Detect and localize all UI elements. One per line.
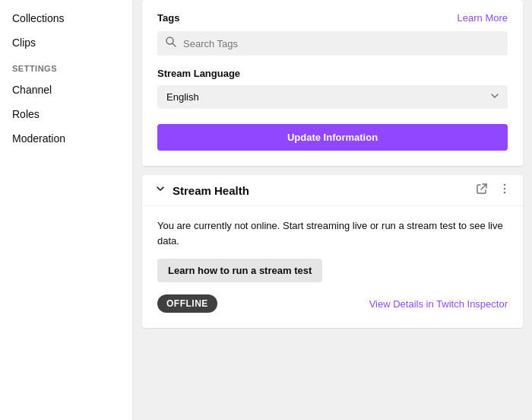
stream-health-card: Stream Health You are currently not onli… [142, 175, 523, 328]
search-tags-wrapper [157, 31, 508, 56]
sidebar-item-collections[interactable]: Collections [0, 6, 132, 30]
svg-line-1 [173, 43, 176, 46]
tags-header: Tags Learn More [157, 12, 508, 24]
language-select-wrapper: English Spanish French German Portuguese… [157, 85, 508, 109]
search-tags-input[interactable] [183, 38, 500, 49]
update-information-button[interactable]: Update Information [157, 124, 508, 151]
main-content: Tags Learn More Stream Language English … [133, 0, 532, 420]
sidebar: Collections Clips SETTINGS Channel Roles… [0, 0, 133, 420]
offline-footer: OFFLINE View Details in Twitch Inspector [157, 294, 508, 313]
svg-point-3 [504, 184, 505, 186]
sidebar-item-channel[interactable]: Channel [0, 78, 132, 102]
stream-info-card: Tags Learn More Stream Language English … [142, 0, 523, 166]
more-options-icon[interactable] [499, 183, 511, 198]
sidebar-item-roles[interactable]: Roles [0, 102, 132, 126]
language-select[interactable]: English Spanish French German Portuguese… [157, 85, 508, 109]
sidebar-item-clips[interactable]: Clips [0, 30, 132, 55]
external-link-icon[interactable] [476, 183, 488, 198]
tags-title: Tags [157, 12, 179, 24]
search-icon [165, 36, 177, 51]
sidebar-item-moderation[interactable]: Moderation [0, 126, 132, 151]
svg-point-4 [504, 188, 505, 189]
stream-test-button[interactable]: Learn how to run a stream test [157, 259, 322, 282]
view-details-link[interactable]: View Details in Twitch Inspector [369, 298, 508, 310]
tags-section: Tags Learn More Stream Language English … [142, 0, 523, 166]
sidebar-settings-label: SETTINGS [0, 55, 132, 78]
stream-health-body: You are currently not online. Start stre… [142, 206, 523, 328]
stream-health-header: Stream Health [142, 175, 523, 206]
svg-point-5 [504, 192, 505, 193]
stream-health-message: You are currently not online. Start stre… [157, 218, 508, 248]
chevron-down-icon[interactable] [154, 183, 166, 198]
stream-language-label: Stream Language [157, 68, 508, 79]
svg-line-2 [481, 184, 486, 189]
learn-more-link[interactable]: Learn More [458, 12, 508, 24]
offline-badge: OFFLINE [157, 294, 217, 313]
stream-health-title: Stream Health [173, 184, 470, 197]
